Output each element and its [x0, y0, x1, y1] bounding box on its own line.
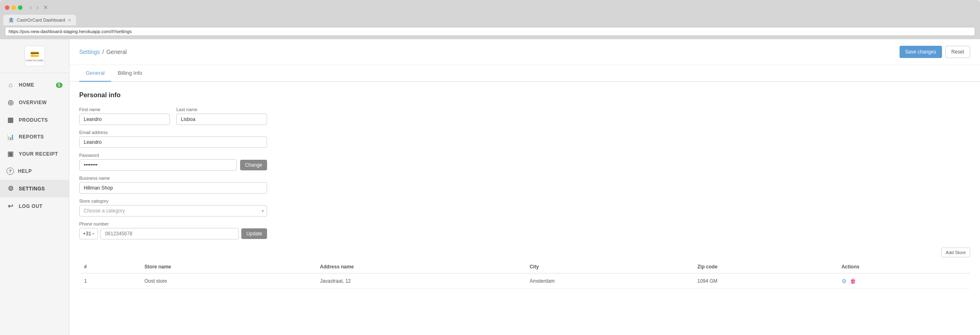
help-icon: ?: [7, 168, 14, 175]
first-name-input[interactable]: [79, 114, 170, 125]
reload-button[interactable]: ✕: [42, 3, 50, 11]
breadcrumb-current: General: [106, 49, 127, 55]
sidebar: 💳 CASH IN CARD ⌂ HOME 5 ◎ OVERVIEW ▦ PRO…: [0, 39, 69, 335]
save-changes-button[interactable]: Save changes: [900, 46, 942, 58]
phone-group: Phone number +31 ▾ Update: [79, 221, 267, 239]
delete-store-icon[interactable]: 🗑: [850, 278, 856, 284]
forward-button[interactable]: ›: [35, 3, 40, 11]
stores-table-body: 1 Oost store Javastraat, 12 Amsterdam 10…: [79, 273, 970, 289]
business-name-group: Business name: [79, 176, 267, 194]
phone-row: +31 ▾ Update: [79, 228, 267, 239]
sidebar-item-logout-label: LOG OUT: [19, 203, 42, 209]
sidebar-item-overview[interactable]: ◎ OVERVIEW: [0, 94, 69, 111]
phone-country-dropdown-icon: ▾: [92, 232, 94, 236]
store-category-select[interactable]: Choose a category: [79, 205, 267, 217]
titlebar: ‹ › ✕: [0, 0, 980, 15]
first-name-label: First name: [79, 107, 170, 112]
row-zip: 1094 GM: [693, 273, 837, 289]
settings-icon: ⚙: [7, 185, 15, 192]
breadcrumb-settings-link[interactable]: Settings: [79, 49, 100, 55]
nav-buttons: ‹ › ✕: [28, 3, 50, 11]
logout-icon: ↩: [7, 202, 15, 210]
main-content: Settings / General Save changes Reset Ge…: [69, 39, 980, 335]
col-zip: Zip code: [693, 261, 837, 273]
products-icon: ▦: [7, 116, 15, 124]
close-button[interactable]: [5, 5, 9, 10]
app-container: 💳 CASH IN CARD ⌂ HOME 5 ◎ OVERVIEW ▦ PRO…: [0, 39, 980, 335]
home-badge: 5: [56, 83, 62, 88]
phone-label: Phone number: [79, 221, 267, 226]
address-bar-row: [0, 25, 980, 39]
sidebar-logo: 💳 CASH IN CARD: [0, 39, 69, 73]
row-city: Amsterdam: [525, 273, 693, 289]
password-label: Password: [79, 153, 267, 158]
section-title: Personal info: [79, 92, 970, 99]
col-store-name: Store name: [140, 261, 315, 273]
traffic-lights: [5, 5, 22, 10]
edit-store-icon[interactable]: ⚙: [842, 278, 847, 284]
col-address: Address name: [315, 261, 525, 273]
tab-title: CashOrCard Dashboard: [17, 18, 65, 22]
password-group: Password Change: [79, 153, 267, 171]
first-name-group: First name: [79, 107, 170, 125]
business-name-label: Business name: [79, 176, 267, 181]
col-num: #: [79, 261, 140, 273]
browser-tab[interactable]: 🏦 CashOrCard Dashboard ✕: [3, 15, 76, 25]
table-row: 1 Oost store Javastraat, 12 Amsterdam 10…: [79, 273, 970, 289]
phone-country-select[interactable]: +31 ▾: [79, 228, 98, 239]
last-name-label: Last name: [176, 107, 267, 112]
tab-general[interactable]: General: [79, 65, 111, 82]
last-name-group: Last name: [176, 107, 267, 125]
password-input[interactable]: [79, 159, 237, 171]
minimize-button[interactable]: [11, 5, 16, 10]
action-icons: ⚙ 🗑: [842, 278, 965, 284]
sidebar-item-help-label: HELP: [18, 168, 32, 174]
sidebar-item-home-label: HOME: [19, 82, 34, 88]
sidebar-nav: ⌂ HOME 5 ◎ OVERVIEW ▦ PRODUCTS 📊 REPORTS…: [0, 73, 69, 218]
store-category-label: Store category: [79, 199, 267, 203]
sidebar-item-settings[interactable]: ⚙ SETTINGS: [0, 180, 69, 197]
password-row: Change: [79, 159, 267, 171]
content-area: Personal info First name Last name Email…: [69, 82, 980, 335]
business-name-input[interactable]: [79, 182, 267, 194]
add-store-button[interactable]: Add Store: [941, 248, 970, 257]
tab-favicon: 🏦: [8, 17, 14, 23]
stores-table: # Store name Address name City Zip code …: [79, 261, 970, 289]
sidebar-item-overview-label: OVERVIEW: [19, 100, 47, 105]
reset-button[interactable]: Reset: [945, 46, 970, 58]
update-phone-button[interactable]: Update: [241, 228, 267, 239]
change-password-button[interactable]: Change: [240, 160, 267, 170]
logo-box: 💳 CASH IN CARD: [24, 46, 45, 66]
sidebar-item-products-label: PRODUCTS: [19, 117, 48, 123]
sidebar-item-your-receipt[interactable]: ▣ YOUR RECEIPT: [0, 145, 69, 163]
personal-info-form: First name Last name Email address Passw…: [79, 107, 267, 239]
sidebar-item-home[interactable]: ⌂ HOME 5: [0, 76, 69, 94]
phone-country-code: +31: [83, 231, 91, 237]
home-icon: ⌂: [7, 81, 15, 89]
tab-billing[interactable]: Billing Info: [111, 65, 149, 82]
sidebar-item-logout[interactable]: ↩ LOG OUT: [0, 197, 69, 215]
last-name-input[interactable]: [176, 114, 267, 125]
logo-text: CASH IN CARD: [26, 59, 43, 62]
row-num: 1: [79, 273, 140, 289]
col-city: City: [525, 261, 693, 273]
sidebar-item-settings-label: SETTINGS: [19, 186, 45, 192]
address-bar-input[interactable]: [5, 27, 975, 36]
maximize-button[interactable]: [18, 5, 22, 10]
sidebar-item-help[interactable]: ? HELP: [0, 163, 69, 180]
sidebar-item-products[interactable]: ▦ PRODUCTS: [0, 111, 69, 129]
row-actions: ⚙ 🗑: [837, 273, 970, 289]
logo-icon: 💳: [30, 50, 39, 59]
main-header: Settings / General Save changes Reset: [69, 39, 980, 65]
tab-close-icon[interactable]: ✕: [68, 18, 71, 22]
tab-bar: 🏦 CashOrCard Dashboard ✕: [0, 15, 980, 25]
store-category-group: Store category Choose a category ▾: [79, 199, 267, 217]
phone-number-input[interactable]: [100, 228, 239, 239]
email-label: Email address: [79, 130, 267, 135]
email-input[interactable]: [79, 136, 267, 148]
browser-chrome: ‹ › ✕ 🏦 CashOrCard Dashboard ✕: [0, 0, 980, 39]
sidebar-item-reports[interactable]: 📊 REPORTS: [0, 129, 69, 145]
back-button[interactable]: ‹: [28, 3, 33, 11]
reports-icon: 📊: [7, 134, 15, 140]
tabs: General Billing Info: [69, 65, 980, 82]
